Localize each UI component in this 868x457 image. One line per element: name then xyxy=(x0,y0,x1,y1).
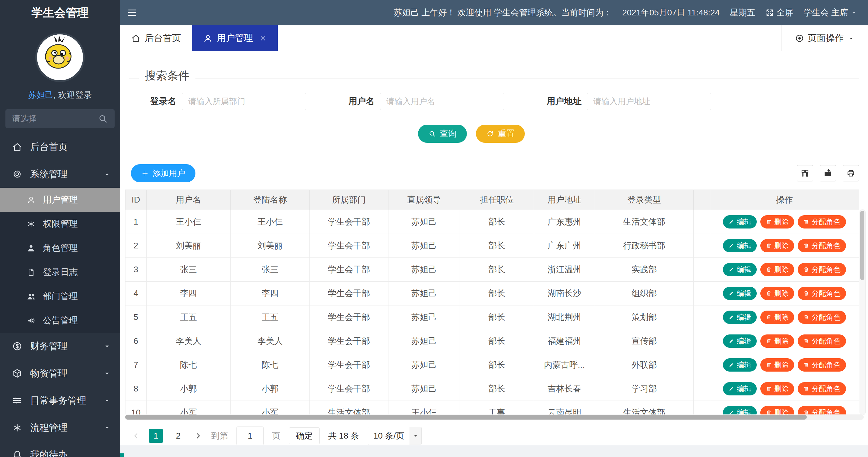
delete-button[interactable]: 删除 xyxy=(760,406,794,415)
sidebar-item-系统管理[interactable]: 系统管理 xyxy=(0,161,120,188)
vertical-scrollbar[interactable] xyxy=(860,209,866,415)
sidebar-item-label: 部门管理 xyxy=(43,290,78,303)
print-button[interactable] xyxy=(843,165,859,181)
user-menu[interactable]: 学生会 主席 xyxy=(803,7,857,19)
username-input[interactable] xyxy=(380,93,504,110)
delete-button[interactable]: 删除 xyxy=(760,263,794,276)
edit-button[interactable]: 编辑 xyxy=(723,358,757,372)
sidebar-item-财务管理[interactable]: 财务管理 xyxy=(0,333,120,360)
goto-suffix-label: 页 xyxy=(272,430,280,441)
delete-button[interactable]: 删除 xyxy=(760,335,794,348)
table-cell: 部长 xyxy=(460,329,534,353)
edit-button[interactable]: 编辑 xyxy=(723,335,757,348)
sidebar-item-登录日志[interactable]: 登录日志 xyxy=(0,260,120,284)
assign-role-button[interactable]: 分配角色 xyxy=(798,215,846,229)
tab-user-management[interactable]: 用户管理 xyxy=(192,25,278,51)
table-cell: 宣传部 xyxy=(595,329,694,353)
edit-button[interactable]: 编辑 xyxy=(723,406,757,415)
assign-role-button[interactable]: 分配角色 xyxy=(798,335,846,348)
fullscreen-button[interactable]: 全屏 xyxy=(766,7,793,19)
sidebar-search-select[interactable]: 请选择 xyxy=(5,109,115,128)
horizontal-scroll-thumb[interactable] xyxy=(125,415,807,420)
sidebar-item-后台首页[interactable]: 后台首页 xyxy=(0,134,120,161)
table-row: 1王小仨王小仨学生会干部苏妲己部长广东惠州生活文体部编辑删除分配角色 xyxy=(125,210,859,234)
chevron-down-icon xyxy=(850,9,857,16)
export-button[interactable] xyxy=(820,165,836,181)
horizontal-scrollbar[interactable] xyxy=(125,415,864,420)
edit-button[interactable]: 编辑 xyxy=(723,287,757,300)
sidebar-item-流程管理[interactable]: 流程管理 xyxy=(0,414,120,441)
assign-role-button[interactable]: 分配角色 xyxy=(798,406,846,415)
pagination: 12 到第 页 确定 共 18 条 10 条/页 xyxy=(131,425,422,447)
users-icon xyxy=(27,292,36,301)
table-cell: 陈七 xyxy=(147,353,231,377)
total-count-label: 共 18 条 xyxy=(328,430,359,441)
edit-button[interactable]: 编辑 xyxy=(723,382,757,395)
table-cell-actions: 编辑删除分配角色 xyxy=(710,306,859,329)
query-button[interactable]: 查询 xyxy=(418,125,467,143)
edit-button[interactable]: 编辑 xyxy=(723,311,757,324)
avatar[interactable] xyxy=(35,33,85,82)
table-cell: 学生会干部 xyxy=(310,329,389,353)
edit-button[interactable]: 编辑 xyxy=(723,215,757,229)
assign-role-button[interactable]: 分配角色 xyxy=(798,382,846,395)
sidebar-item-label: 公告管理 xyxy=(43,315,78,326)
bell-icon xyxy=(12,450,22,457)
sidebar-item-日常事务管理[interactable]: 日常事务管理 xyxy=(0,387,120,414)
trash-icon xyxy=(803,409,809,415)
page-number-2[interactable]: 2 xyxy=(171,429,185,443)
assign-role-button[interactable]: 分配角色 xyxy=(798,263,846,276)
table-cell-spacer xyxy=(694,258,710,282)
delete-button[interactable]: 删除 xyxy=(760,215,794,229)
table-cell: 苏妲己 xyxy=(389,258,460,282)
user-address-input[interactable] xyxy=(587,93,711,110)
confirm-button[interactable]: 确定 xyxy=(289,427,320,444)
page-number-1[interactable]: 1 xyxy=(149,429,163,443)
page-actions-dropdown[interactable]: 页面操作 xyxy=(781,25,868,51)
assign-role-button[interactable]: 分配角色 xyxy=(798,311,846,324)
table-cell: 苏妲己 xyxy=(389,377,460,401)
tab-home[interactable]: 后台首页 xyxy=(120,25,192,51)
table-cell: 张三 xyxy=(231,258,310,282)
bottom-strip xyxy=(120,445,868,457)
table-cell-actions: 编辑删除分配角色 xyxy=(710,258,859,282)
add-user-button[interactable]: 添加用户 xyxy=(131,164,195,182)
assign-role-button[interactable]: 分配角色 xyxy=(798,239,846,252)
trash-icon xyxy=(803,219,809,225)
menu-toggle-icon[interactable] xyxy=(120,7,141,18)
close-icon[interactable] xyxy=(259,34,267,42)
vertical-scroll-thumb[interactable] xyxy=(860,211,864,280)
sidebar-item-部门管理[interactable]: 部门管理 xyxy=(0,284,120,309)
edit-button[interactable]: 编辑 xyxy=(723,263,757,276)
goto-page-input[interactable] xyxy=(237,427,264,445)
sidebar-item-权限管理[interactable]: 权限管理 xyxy=(0,212,120,236)
table-cell: 组织部 xyxy=(595,282,694,306)
login-name-input[interactable] xyxy=(182,93,306,110)
next-page-icon[interactable] xyxy=(194,431,203,440)
sidebar-item-角色管理[interactable]: 角色管理 xyxy=(0,236,120,260)
table-cell: 浙江温州 xyxy=(534,258,595,282)
columns-filter-button[interactable] xyxy=(797,165,813,181)
assign-role-button[interactable]: 分配角色 xyxy=(798,358,846,372)
table-cell: 3 xyxy=(125,258,147,282)
assign-role-button[interactable]: 分配角色 xyxy=(798,287,846,300)
sidebar-item-物资管理[interactable]: 物资管理 xyxy=(0,360,120,387)
export-icon xyxy=(824,169,832,178)
table-cell: 学习部 xyxy=(595,377,694,401)
delete-button[interactable]: 删除 xyxy=(760,311,794,324)
sidebar-item-公告管理[interactable]: 公告管理 xyxy=(0,309,120,333)
columns-icon xyxy=(801,169,809,178)
reset-button[interactable]: 重置 xyxy=(476,125,525,143)
table-cell-spacer xyxy=(694,210,710,234)
table-cell: 王五 xyxy=(231,306,310,329)
delete-button[interactable]: 删除 xyxy=(760,239,794,252)
app-title: 学生会管理 xyxy=(0,0,120,25)
sidebar-item-用户管理[interactable]: 用户管理 xyxy=(0,188,120,212)
page-size-select[interactable]: 10 条/页 xyxy=(368,427,422,445)
sidebar-item-我的待办[interactable]: 我的待办 xyxy=(0,441,120,457)
edit-button[interactable]: 编辑 xyxy=(723,239,757,252)
prev-page-icon[interactable] xyxy=(131,431,141,440)
delete-button[interactable]: 删除 xyxy=(760,358,794,372)
delete-button[interactable]: 删除 xyxy=(760,287,794,300)
delete-button[interactable]: 删除 xyxy=(760,382,794,395)
